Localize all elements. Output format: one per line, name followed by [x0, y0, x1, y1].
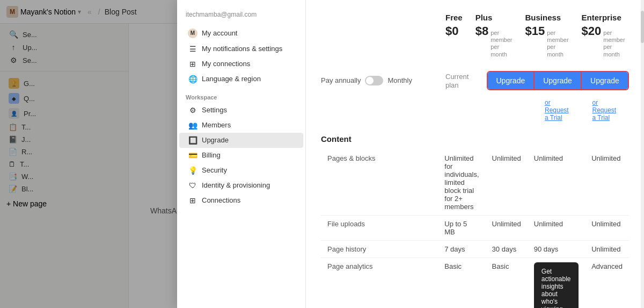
feature-business-uploads: Unlimited [528, 215, 585, 240]
plus-plan-price-sub: per memberper month [491, 30, 512, 58]
plan-col-enterprise: Enterprise $20 per memberper month [575, 13, 632, 67]
pay-toggle-label: Pay annually Monthly [321, 76, 439, 85]
enterprise-plan-price: $20 per memberper month [582, 24, 625, 58]
current-plan-cell: Current plan [439, 72, 487, 89]
upgrade-enterprise-button[interactable]: Upgrade [582, 72, 628, 89]
identity-label: Identity & provisioning [202, 181, 270, 189]
pay-annually-text: Pay annually [321, 76, 361, 84]
feature-free-pages: Unlimited for individuals, limited block… [438, 150, 485, 216]
feature-enterprise-pages: Unlimited [585, 150, 629, 216]
modal-overlay: itechmamba@gmail.com M My account ☰ My n… [0, 0, 644, 308]
modal-nav-connections2[interactable]: ⊞ Connections [179, 193, 303, 208]
scrollbar-thumb [641, 11, 644, 43]
free-plan-name: Free [445, 13, 463, 22]
plan-headers: Free $0 Plus $8 per memberper month Busi… [321, 13, 629, 67]
connections-icon: ⊞ [188, 60, 197, 68]
upgrade-plus-button[interactable]: Upgrade [488, 72, 535, 89]
upgrade-label: Upgrade [202, 136, 229, 144]
plus-plan-name: Plus [475, 13, 513, 22]
enterprise-plan-name: Enterprise [582, 13, 625, 22]
feature-enterprise-history: Unlimited [585, 240, 629, 257]
business-plan-name: Business [525, 13, 569, 22]
toggle-row: Pay annually Monthly Current plan Upgrad… [321, 71, 629, 90]
feature-business-pages: Unlimited [528, 150, 585, 216]
feature-plus-pages: Unlimited [486, 150, 528, 216]
settings-icon: ⚙ [188, 106, 197, 114]
modal-nav-billing[interactable]: 💳 Billing [179, 148, 303, 163]
modal-nav-identity[interactable]: 🛡 Identity & provisioning [179, 178, 303, 193]
business-plan-price: $15 per memberper month [525, 24, 569, 58]
trial-enterprise-cell: or Request a Trial [582, 97, 630, 124]
notifications-label: My notifications & settings [202, 45, 282, 53]
trial-empty-1 [321, 97, 439, 124]
business-plan-price-sub: per memberper month [547, 30, 568, 58]
feature-name-uploads: File uploads [321, 215, 438, 240]
feature-table: Pages & blocks Unlimited for individuals… [321, 150, 629, 308]
modal-content: Free $0 Plus $8 per memberper month Busi… [306, 0, 644, 308]
connections2-label: Connections [202, 196, 240, 204]
feature-name-analytics: Page analytics [321, 257, 438, 308]
feature-business-analytics: Get actionable insights about who's view… [528, 257, 585, 308]
scrollbar[interactable] [641, 0, 644, 308]
action-buttons: Current plan Upgrade Upgrade Upgrade [439, 71, 629, 90]
request-trial-enterprise[interactable]: or Request a Trial [586, 97, 625, 124]
security-icon: 💡 [188, 166, 197, 175]
billing-label: Billing [202, 151, 221, 159]
monthly-text: Monthly [387, 76, 412, 84]
account-avatar: M [188, 28, 197, 38]
members-icon: 👥 [188, 121, 197, 130]
security-label: Security [202, 166, 227, 174]
enterprise-plan-price-sub: per memberper month [603, 30, 625, 58]
analytics-tooltip: Get actionable insights about who's view… [534, 262, 579, 308]
modal-nav-members[interactable]: 👥 Members [179, 118, 303, 133]
feature-row-history: Page history 7 days 30 days 90 days Unli… [321, 240, 629, 257]
toggle-switch[interactable] [365, 76, 383, 85]
upgrade-business-button[interactable]: Upgrade [535, 72, 582, 89]
feature-plus-analytics: Basic [486, 257, 528, 308]
user-email: itechmamba@gmail.com [177, 9, 305, 25]
notifications-icon: ☰ [188, 45, 197, 53]
billing-icon: 💳 [188, 151, 197, 160]
trial-empty-3 [487, 97, 535, 124]
modal-nav-my-account[interactable]: M My account [179, 25, 303, 41]
plan-col-plus: Plus $8 per memberper month [469, 13, 519, 67]
language-label: Language & region [202, 75, 261, 83]
connections2-icon: ⊞ [188, 196, 197, 205]
modal-nav-settings[interactable]: ⚙ Settings [179, 103, 303, 118]
free-plan-price: $0 [445, 24, 463, 38]
trial-links-row: or Request a Trial or Request a Trial [321, 97, 629, 124]
plus-plan-price: $8 per memberper month [475, 24, 513, 58]
feature-enterprise-uploads: Unlimited [585, 215, 629, 240]
feature-row-analytics: Page analytics Basic Basic Get actionabl… [321, 257, 629, 308]
feature-name-history: Page history [321, 240, 438, 257]
modal-nav-upgrade[interactable]: 🔲 Upgrade [179, 133, 303, 148]
account-icon: M [188, 28, 197, 38]
modal-nav: itechmamba@gmail.com M My account ☰ My n… [177, 0, 306, 308]
settings-label: Settings [202, 106, 227, 114]
modal-nav-language[interactable]: 🌐 Language & region [179, 71, 303, 87]
connections-label: My connections [202, 60, 250, 68]
plan-col-free: Free $0 [439, 13, 469, 67]
content-section-header: Content [321, 134, 629, 144]
language-icon: 🌐 [188, 75, 197, 83]
upgrade-buttons-group: Upgrade Upgrade Upgrade [487, 71, 630, 90]
feature-free-history: 7 days [438, 240, 485, 257]
feature-enterprise-analytics: Advanced [585, 257, 629, 308]
feature-business-history: 90 days [528, 240, 585, 257]
workspace-section-label: Workspace [177, 87, 305, 103]
modal-nav-notifications[interactable]: ☰ My notifications & settings [179, 41, 303, 56]
feature-plus-uploads: Unlimited [486, 215, 528, 240]
feature-name-pages: Pages & blocks [321, 150, 438, 216]
modal-nav-connections[interactable]: ⊞ My connections [179, 56, 303, 71]
modal-nav-security[interactable]: 💡 Security [179, 163, 303, 178]
plan-col-empty [321, 13, 439, 67]
current-plan-text: Current plan [445, 73, 469, 89]
feature-row-pages: Pages & blocks Unlimited for individuals… [321, 150, 629, 216]
trial-business-cell: or Request a Trial [534, 97, 582, 124]
trial-empty-2 [439, 97, 487, 124]
my-account-label: My account [202, 29, 237, 37]
feature-free-analytics: Basic [438, 257, 485, 308]
feature-row-uploads: File uploads Up to 5 MB Unlimited Unlimi… [321, 215, 629, 240]
settings-modal: itechmamba@gmail.com M My account ☰ My n… [177, 0, 644, 308]
request-trial-business[interactable]: or Request a Trial [538, 97, 577, 124]
